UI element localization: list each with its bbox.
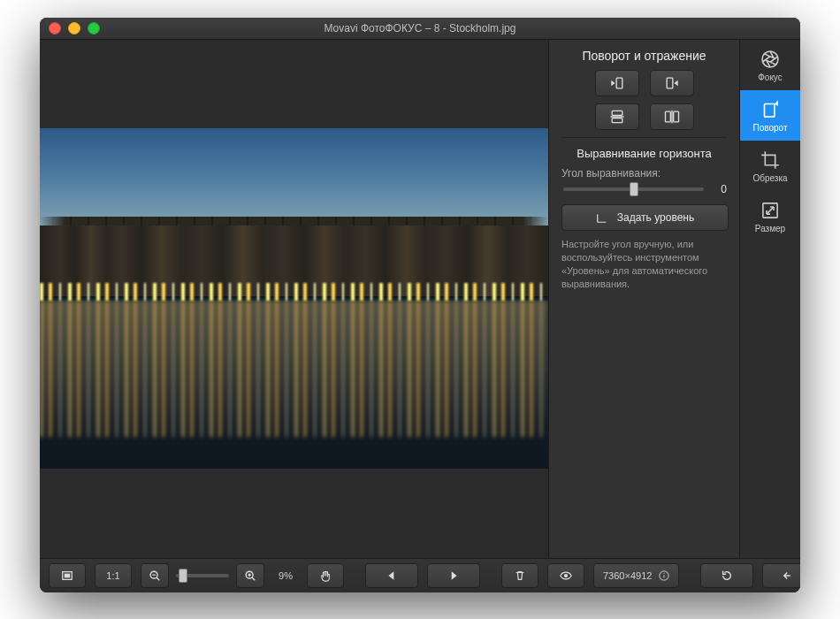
svg-rect-12: [65, 574, 69, 577]
app-window: Movavi ФотоФОКУС – 8 - Stockholm.jpg: [40, 18, 800, 592]
rotate-icon: [759, 98, 782, 121]
zoom-out-icon: [149, 569, 161, 582]
rotate-flip-heading: Поворот и отражение: [561, 49, 727, 63]
tool-focus-label: Фокус: [758, 73, 783, 82]
level-icon: [596, 211, 608, 224]
svg-point-20: [564, 574, 567, 577]
image-dimensions-box: 7360×4912: [593, 563, 679, 588]
delete-button[interactable]: [501, 563, 538, 588]
tool-rotate-label: Поворот: [753, 123, 788, 133]
rotate-left-button[interactable]: [595, 70, 639, 96]
tool-resize-label: Размер: [755, 224, 785, 233]
rotate-right-button[interactable]: [650, 70, 694, 96]
bottom-bar: 1:1 9%: [40, 558, 800, 592]
svg-rect-9: [765, 103, 775, 117]
svg-line-14: [157, 577, 159, 580]
svg-line-17: [252, 577, 255, 580]
horizon-heading: Выравнивание горизонта: [561, 147, 727, 160]
crop-icon: [759, 149, 782, 172]
actual-size-button[interactable]: 1:1: [95, 563, 132, 588]
hint-text: Настройте угол вручную, или воспользуйте…: [549, 231, 739, 290]
preview-image: [40, 128, 548, 469]
angle-value: 0: [713, 183, 727, 195]
svg-rect-5: [665, 111, 670, 122]
titlebar: Movavi ФотоФОКУС – 8 - Stockholm.jpg: [40, 18, 800, 40]
angle-slider[interactable]: [563, 187, 704, 191]
flip-vertical-button[interactable]: [595, 103, 639, 130]
svg-rect-1: [667, 78, 673, 88]
tool-focus[interactable]: Фокус: [740, 40, 800, 90]
compare-button[interactable]: [547, 563, 584, 588]
next-image-button[interactable]: [427, 563, 480, 588]
info-icon[interactable]: [659, 570, 669, 581]
window-controls: [40, 22, 100, 34]
svg-rect-3: [612, 118, 622, 123]
aperture-icon: [759, 48, 782, 71]
reset-icon: [721, 569, 733, 582]
actual-size-label: 1:1: [106, 570, 119, 581]
image-dimensions: 7360×4912: [603, 570, 652, 581]
triangle-right-icon: [447, 569, 460, 582]
close-window-button[interactable]: [49, 22, 61, 34]
minimize-window-button[interactable]: [68, 22, 80, 34]
trash-icon: [514, 569, 526, 582]
undo-button[interactable]: [762, 563, 800, 588]
zoom-window-button[interactable]: [88, 22, 100, 34]
svg-point-23: [664, 573, 665, 574]
eye-icon: [560, 569, 572, 582]
tool-rotate[interactable]: Поворот: [740, 90, 800, 141]
resize-icon: [759, 199, 782, 222]
set-level-label: Задать уровень: [617, 211, 694, 224]
zoom-in-icon: [244, 569, 256, 582]
svg-rect-6: [673, 111, 678, 122]
svg-rect-2: [612, 111, 622, 115]
zoom-slider[interactable]: [176, 574, 229, 577]
tool-resize[interactable]: Размер: [740, 191, 800, 241]
side-panel: Поворот и отражение: [548, 40, 739, 558]
main-row: Поворот и отражение: [40, 40, 800, 558]
angle-label: Угол выравнивания:: [561, 167, 727, 180]
tool-crop[interactable]: Обрезка: [740, 141, 800, 191]
triangle-left-icon: [386, 569, 398, 582]
svg-rect-0: [616, 78, 622, 88]
pan-tool-button[interactable]: [307, 563, 344, 588]
tool-strip: Фокус Поворот Обрезка: [739, 40, 800, 558]
zoom-controls: [141, 563, 264, 588]
reset-button[interactable]: [700, 563, 753, 588]
zoom-in-button[interactable]: [236, 563, 264, 588]
zoom-percent: 9%: [273, 570, 298, 581]
flip-horizontal-button[interactable]: [650, 103, 694, 130]
fit-screen-button[interactable]: [49, 563, 86, 588]
window-title: Movavi ФотоФОКУС – 8 - Stockholm.jpg: [40, 22, 800, 34]
tool-crop-label: Обрезка: [752, 173, 787, 183]
set-level-button[interactable]: Задать уровень: [561, 204, 729, 231]
prev-image-button[interactable]: [365, 563, 418, 588]
zoom-out-button[interactable]: [141, 563, 169, 588]
fit-screen-icon: [61, 569, 73, 582]
undo-icon: [783, 569, 795, 582]
hand-icon: [319, 569, 332, 582]
canvas-area[interactable]: [40, 40, 548, 558]
